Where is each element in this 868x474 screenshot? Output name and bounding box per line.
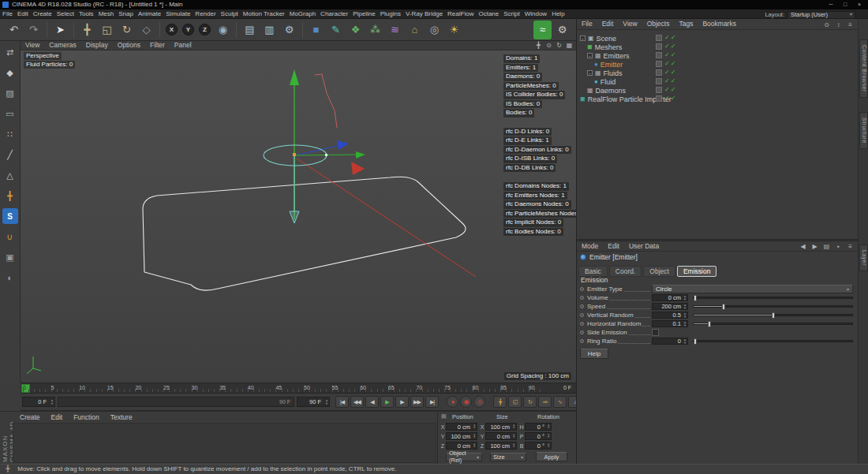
goto-end-button[interactable]: ▶| <box>425 396 439 408</box>
back-icon[interactable]: ◀ <box>799 242 807 252</box>
anim-dot[interactable] <box>580 287 584 291</box>
prev-key-button[interactable]: ◀◀ <box>350 396 364 408</box>
ring-ratio-slider[interactable] <box>693 340 853 342</box>
lock-z-axis-button[interactable]: Z <box>199 24 211 35</box>
tab-emission[interactable]: Emission <box>677 266 716 277</box>
menu-pipeline[interactable]: Pipeline <box>350 9 377 18</box>
enable-check-icon[interactable]: ✓ <box>664 43 670 50</box>
viewport-layout-icon[interactable]: ▦ <box>564 41 574 50</box>
enable-check-icon[interactable]: ✓ <box>664 52 670 58</box>
anim-dot[interactable] <box>580 339 584 343</box>
add-environment-button[interactable]: ⌂ <box>406 21 424 39</box>
menu-select[interactable]: Select <box>54 9 77 18</box>
end-frame-field[interactable]: 90 F ▲▼ <box>297 397 330 407</box>
spinner-icon[interactable]: ▲▼ <box>513 442 515 449</box>
record-pla-toggle[interactable]: ∿ <box>553 396 567 408</box>
menu-character[interactable]: Character <box>318 9 350 18</box>
side-emission-checkbox[interactable] <box>652 329 659 336</box>
spinner-icon[interactable]: ▲▼ <box>548 424 550 430</box>
object-manager-menu-bookmarks[interactable]: Bookmarks <box>698 19 741 29</box>
vertical-random-field[interactable]: 0.5▲▼ <box>652 312 688 319</box>
keyframe-selection-button[interactable]: ◎ <box>473 396 485 408</box>
attribute-menu-edit[interactable]: Edit <box>603 241 624 251</box>
spinner-icon[interactable]: ▲▼ <box>548 442 550 449</box>
coord-position-y-field[interactable]: 100 cm▲▼ <box>446 432 477 440</box>
viewport-zoom-icon[interactable]: ⊙ <box>544 41 554 50</box>
slider-knob[interactable] <box>722 304 725 310</box>
maximize-button[interactable]: □ <box>838 0 852 9</box>
anim-dot[interactable] <box>580 330 584 334</box>
render-view-button[interactable]: ▤ <box>241 21 259 39</box>
search-icon[interactable]: ⊙ <box>822 20 831 30</box>
dock-tab-content-browser[interactable]: Content Browser <box>859 39 868 98</box>
rotate-tool[interactable]: ↻ <box>118 21 136 39</box>
texture-mode-button[interactable]: ▨ <box>2 85 18 101</box>
spinner-icon[interactable]: ▲▼ <box>683 312 687 318</box>
volume-field[interactable]: 0 cm▲▼ <box>652 294 688 301</box>
layer-tag[interactable] <box>656 87 662 93</box>
viewport-menu-panel[interactable]: Panel <box>170 41 196 50</box>
viewport-menu-view[interactable]: View <box>21 41 44 50</box>
coord-position-x-field[interactable]: 0 cm▲▼ <box>446 423 477 431</box>
scale-tool[interactable]: ◱ <box>98 21 116 39</box>
add-primitive-button[interactable]: ■ <box>307 21 325 39</box>
tree-item-scene[interactable]: -▣Scene✓✓ <box>577 34 858 43</box>
object-manager-menu-view[interactable]: View <box>618 19 642 29</box>
coord-rotation-p-field[interactable]: 0 °▲▼ <box>525 432 552 440</box>
menu-animate[interactable]: Animate <box>136 9 163 18</box>
enable-check-icon[interactable]: ✓ <box>664 69 670 76</box>
menu-edit[interactable]: Edit <box>15 9 31 18</box>
menu-simulate[interactable]: Simulate <box>163 9 193 18</box>
layer-tag[interactable] <box>656 61 662 67</box>
layer-tag[interactable] <box>656 52 662 58</box>
lock-y-axis-button[interactable]: Y <box>182 24 194 35</box>
record-keyframe-button[interactable]: ● <box>447 396 458 408</box>
apply-button[interactable]: Apply <box>536 452 567 461</box>
slider-knob[interactable] <box>694 338 697 345</box>
enable-check-icon[interactable]: ✓ <box>671 61 676 67</box>
material-menu-texture[interactable]: Texture <box>105 412 138 422</box>
tab-basic[interactable]: Basic <box>578 266 608 277</box>
goto-start-button[interactable]: |◀ <box>335 396 349 408</box>
coord-rotation-b-field[interactable]: 0 °▲▼ <box>525 442 552 450</box>
spinner-icon[interactable]: ▲▼ <box>325 397 328 406</box>
render-picture-viewer-button[interactable]: ▥ <box>260 21 279 39</box>
viewport-menu-display[interactable]: Display <box>81 41 113 50</box>
enable-check-icon[interactable]: ✓ <box>671 87 676 93</box>
menu-create[interactable]: Create <box>31 9 54 18</box>
autokey-button[interactable]: ◉ <box>460 396 472 408</box>
dock-tab-structure[interactable]: Structure <box>859 112 868 149</box>
anim-dot[interactable] <box>580 304 584 308</box>
menu-sculpt[interactable]: Sculpt <box>219 9 241 18</box>
minimize-button[interactable]: ─ <box>824 0 838 9</box>
volume-slider[interactable] <box>693 297 853 299</box>
edges-mode-button[interactable]: ╱ <box>2 147 18 162</box>
viewport-canvas[interactable] <box>21 50 576 383</box>
layout-dropdown[interactable]: Startup (User) ▾ <box>788 11 855 19</box>
spinner-icon[interactable]: ▲▼ <box>683 295 687 300</box>
menu-octane[interactable]: Octane <box>476 9 501 18</box>
help-button[interactable]: Help <box>580 349 608 359</box>
tree-item-emitters[interactable]: -▦Emitters✓✓ <box>577 51 858 60</box>
spinner-icon[interactable]: ▲▼ <box>513 433 515 439</box>
coord-size-x-field[interactable]: 100 cm▲▼ <box>485 423 517 431</box>
enable-check-icon[interactable]: ✓ <box>671 35 676 41</box>
coord-size-z-field[interactable]: 100 cm▲▼ <box>485 442 517 450</box>
material-menu-create[interactable]: Create <box>14 412 46 422</box>
viewport-menu-filter[interactable]: Filter <box>145 41 170 50</box>
object-manager-menu-tags[interactable]: Tags <box>674 19 698 29</box>
spinner-icon[interactable]: ▲▼ <box>683 321 687 327</box>
attribute-menu-mode[interactable]: Mode <box>577 241 603 251</box>
tree-item-daemons[interactable]: ▦Daemons✓✓ <box>577 86 858 95</box>
coord-mode-dropdown[interactable]: Object (Rel) ▾ <box>446 453 482 461</box>
menu-realflow[interactable]: RealFlow <box>445 9 476 18</box>
enable-check-icon[interactable]: ✓ <box>671 95 676 102</box>
menu-mograph[interactable]: MoGraph <box>287 9 318 18</box>
enable-check-icon[interactable]: ✓ <box>671 78 676 84</box>
material-list-area[interactable] <box>13 423 436 463</box>
timeline-ruler[interactable]: 0 F 051015202530354045505560657075808590 <box>21 383 576 394</box>
spinner-icon[interactable]: ▲▼ <box>683 338 687 344</box>
snap-tool-button[interactable]: ∪ <box>2 229 18 244</box>
add-generator-button[interactable]: ❖ <box>346 21 365 39</box>
enable-check-icon[interactable]: ✓ <box>664 95 670 102</box>
